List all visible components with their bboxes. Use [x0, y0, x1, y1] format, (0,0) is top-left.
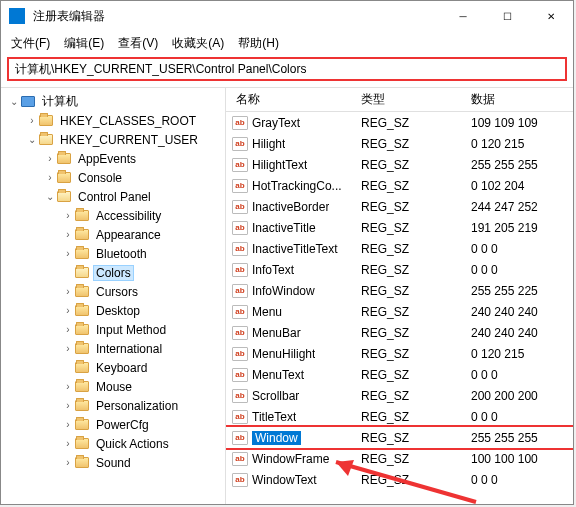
folder-icon: [75, 228, 91, 242]
twisty-icon[interactable]: ›: [61, 381, 75, 392]
col-data[interactable]: 数据: [461, 91, 573, 108]
string-value-icon: [232, 200, 248, 214]
tree-item-desktop[interactable]: ›Desktop: [1, 301, 225, 320]
tree-item-label: Input Method: [94, 323, 168, 337]
tree-item-label: Accessibility: [94, 209, 163, 223]
tree-item-sound[interactable]: ›Sound: [1, 453, 225, 472]
twisty-icon[interactable]: ›: [61, 286, 75, 297]
twisty-icon[interactable]: ›: [61, 400, 75, 411]
menu-favorites[interactable]: 收藏夹(A): [172, 35, 224, 52]
twisty-icon[interactable]: ⌄: [25, 134, 39, 145]
value-row-titletext[interactable]: TitleTextREG_SZ0 0 0: [226, 406, 573, 427]
menu-file[interactable]: 文件(F): [11, 35, 50, 52]
list-body[interactable]: GrayTextREG_SZ109 109 109HilightREG_SZ0 …: [226, 112, 573, 504]
value-row-window[interactable]: WindowREG_SZ255 255 255: [226, 427, 573, 448]
value-data: 200 200 200: [461, 389, 573, 403]
registry-editor-window: 注册表编辑器 ─ ☐ ✕ 文件(F) 编辑(E) 查看(V) 收藏夹(A) 帮助…: [0, 0, 574, 505]
value-row-hilighttext[interactable]: HilightTextREG_SZ255 255 255: [226, 154, 573, 175]
value-data: 100 100 100: [461, 452, 573, 466]
window-controls: ─ ☐ ✕: [441, 1, 573, 31]
tree-item-hkey-classes-root[interactable]: ›HKEY_CLASSES_ROOT: [1, 111, 225, 130]
tree-item-label: HKEY_CLASSES_ROOT: [58, 114, 198, 128]
value-name: WindowFrame: [252, 452, 329, 466]
string-value-icon: [232, 326, 248, 340]
tree-item-colors[interactable]: Colors: [1, 263, 225, 282]
menu-edit[interactable]: 编辑(E): [64, 35, 104, 52]
value-type: REG_SZ: [351, 221, 461, 235]
tree-item-cursors[interactable]: ›Cursors: [1, 282, 225, 301]
tree-item-accessibility[interactable]: ›Accessibility: [1, 206, 225, 225]
twisty-icon[interactable]: ⌄: [43, 191, 57, 202]
col-type[interactable]: 类型: [351, 91, 461, 108]
menu-help[interactable]: 帮助(H): [238, 35, 279, 52]
value-data: 0 120 215: [461, 347, 573, 361]
tree-item-quick-actions[interactable]: ›Quick Actions: [1, 434, 225, 453]
content-area: ⌄计算机›HKEY_CLASSES_ROOT⌄HKEY_CURRENT_USER…: [1, 87, 573, 504]
close-button[interactable]: ✕: [529, 1, 573, 31]
address-bar[interactable]: 计算机\HKEY_CURRENT_USER\Control Panel\Colo…: [7, 57, 567, 81]
string-value-icon: [232, 347, 248, 361]
value-row-infotext[interactable]: InfoTextREG_SZ0 0 0: [226, 259, 573, 280]
tree-item-label: Cursors: [94, 285, 140, 299]
tree-panel[interactable]: ⌄计算机›HKEY_CLASSES_ROOT⌄HKEY_CURRENT_USER…: [1, 88, 226, 504]
tree-item-appearance[interactable]: ›Appearance: [1, 225, 225, 244]
twisty-icon[interactable]: ›: [61, 457, 75, 468]
value-row-scrollbar[interactable]: ScrollbarREG_SZ200 200 200: [226, 385, 573, 406]
value-type: REG_SZ: [351, 347, 461, 361]
value-row-windowtext[interactable]: WindowTextREG_SZ0 0 0: [226, 469, 573, 490]
value-row-inactivetitletext[interactable]: InactiveTitleTextREG_SZ0 0 0: [226, 238, 573, 259]
col-name[interactable]: 名称: [226, 91, 351, 108]
tree-item-appevents[interactable]: ›AppEvents: [1, 149, 225, 168]
string-value-icon: [232, 221, 248, 235]
twisty-icon[interactable]: ›: [61, 438, 75, 449]
twisty-icon[interactable]: ›: [43, 172, 57, 183]
twisty-icon[interactable]: ›: [61, 324, 75, 335]
folder-icon: [75, 285, 91, 299]
twisty-icon[interactable]: ›: [61, 419, 75, 430]
value-data: 0 102 204: [461, 179, 573, 193]
tree-item-hkey-current-user[interactable]: ⌄HKEY_CURRENT_USER: [1, 130, 225, 149]
value-row-inactivetitle[interactable]: InactiveTitleREG_SZ191 205 219: [226, 217, 573, 238]
tree-item-label: Personalization: [94, 399, 180, 413]
value-row-infowindow[interactable]: InfoWindowREG_SZ255 255 225: [226, 280, 573, 301]
tree-item-input-method[interactable]: ›Input Method: [1, 320, 225, 339]
tree-item-international[interactable]: ›International: [1, 339, 225, 358]
tree-item-control-panel[interactable]: ⌄Control Panel: [1, 187, 225, 206]
menu-view[interactable]: 查看(V): [118, 35, 158, 52]
addressbar-container: 计算机\HKEY_CURRENT_USER\Control Panel\Colo…: [1, 55, 573, 87]
value-row-menuhilight[interactable]: MenuHilightREG_SZ0 120 215: [226, 343, 573, 364]
twisty-icon[interactable]: ›: [61, 229, 75, 240]
value-data: 0 120 215: [461, 137, 573, 151]
tree-item-powercfg[interactable]: ›PowerCfg: [1, 415, 225, 434]
twisty-icon[interactable]: ›: [25, 115, 39, 126]
minimize-button[interactable]: ─: [441, 1, 485, 31]
tree-item--[interactable]: ⌄计算机: [1, 92, 225, 111]
value-row-hilight[interactable]: HilightREG_SZ0 120 215: [226, 133, 573, 154]
maximize-button[interactable]: ☐: [485, 1, 529, 31]
twisty-icon[interactable]: ⌄: [7, 96, 21, 107]
twisty-icon[interactable]: ›: [61, 343, 75, 354]
value-name: InfoWindow: [252, 284, 315, 298]
value-row-hottrackingco-[interactable]: HotTrackingCo...REG_SZ0 102 204: [226, 175, 573, 196]
twisty-icon[interactable]: ›: [61, 305, 75, 316]
tree-item-personalization[interactable]: ›Personalization: [1, 396, 225, 415]
folder-icon: [39, 114, 55, 128]
value-name: InactiveTitleText: [252, 242, 338, 256]
value-row-inactiveborder[interactable]: InactiveBorderREG_SZ244 247 252: [226, 196, 573, 217]
value-type: REG_SZ: [351, 158, 461, 172]
value-row-windowframe[interactable]: WindowFrameREG_SZ100 100 100: [226, 448, 573, 469]
value-row-menu[interactable]: MenuREG_SZ240 240 240: [226, 301, 573, 322]
value-row-menutext[interactable]: MenuTextREG_SZ0 0 0: [226, 364, 573, 385]
string-value-icon: [232, 284, 248, 298]
twisty-icon[interactable]: ›: [61, 210, 75, 221]
value-data: 0 0 0: [461, 242, 573, 256]
tree-item-bluetooth[interactable]: ›Bluetooth: [1, 244, 225, 263]
tree-item-keyboard[interactable]: Keyboard: [1, 358, 225, 377]
twisty-icon[interactable]: ›: [61, 248, 75, 259]
tree-item-console[interactable]: ›Console: [1, 168, 225, 187]
value-row-graytext[interactable]: GrayTextREG_SZ109 109 109: [226, 112, 573, 133]
value-row-menubar[interactable]: MenuBarREG_SZ240 240 240: [226, 322, 573, 343]
titlebar: 注册表编辑器 ─ ☐ ✕: [1, 1, 573, 31]
tree-item-mouse[interactable]: ›Mouse: [1, 377, 225, 396]
twisty-icon[interactable]: ›: [43, 153, 57, 164]
